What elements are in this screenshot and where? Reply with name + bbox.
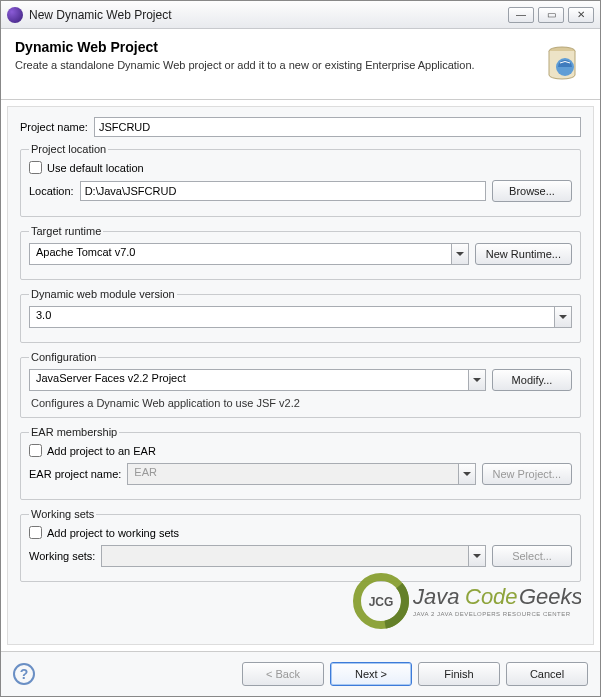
- dialog-window: New Dynamic Web Project — ▭ ✕ Dynamic We…: [0, 0, 601, 697]
- svg-text:Java: Java: [412, 584, 459, 609]
- configuration-combo[interactable]: JavaServer Faces v2.2 Project: [29, 369, 486, 391]
- module-version-value: 3.0: [29, 306, 572, 328]
- module-version-legend: Dynamic web module version: [29, 288, 177, 300]
- svg-point-2: [357, 577, 405, 625]
- ear-name-label: EAR project name:: [29, 468, 121, 480]
- new-runtime-button[interactable]: New Runtime...: [475, 243, 572, 265]
- target-runtime-combo[interactable]: Apache Tomcat v7.0: [29, 243, 469, 265]
- svg-text:JAVA 2 JAVA DEVELOPERS RESOURC: JAVA 2 JAVA DEVELOPERS RESOURCE CENTER: [413, 611, 571, 617]
- svg-text:Geeks: Geeks: [519, 584, 581, 609]
- configuration-description: Configures a Dynamic Web application to …: [31, 397, 572, 409]
- configuration-value: JavaServer Faces v2.2 Project: [29, 369, 486, 391]
- chevron-down-icon: [451, 244, 468, 264]
- location-input[interactable]: [80, 181, 486, 201]
- window-title: New Dynamic Web Project: [29, 8, 508, 22]
- banner: Dynamic Web Project Create a standalone …: [1, 29, 600, 100]
- chevron-down-icon: [458, 464, 475, 484]
- titlebar: New Dynamic Web Project — ▭ ✕: [1, 1, 600, 29]
- configuration-legend: Configuration: [29, 351, 98, 363]
- back-button: < Back: [242, 662, 324, 686]
- configuration-group: Configuration JavaServer Faces v2.2 Proj…: [20, 351, 581, 418]
- add-to-working-sets-checkbox[interactable]: [29, 526, 42, 539]
- select-working-sets-button: Select...: [492, 545, 572, 567]
- working-sets-combo: [101, 545, 486, 567]
- project-name-input[interactable]: [94, 117, 581, 137]
- maximize-button[interactable]: ▭: [538, 7, 564, 23]
- target-runtime-legend: Target runtime: [29, 225, 103, 237]
- browse-button[interactable]: Browse...: [492, 180, 572, 202]
- project-name-row: Project name:: [20, 117, 581, 137]
- finish-button[interactable]: Finish: [418, 662, 500, 686]
- add-to-ear-label: Add project to an EAR: [47, 445, 156, 457]
- location-label: Location:: [29, 185, 74, 197]
- ear-group: EAR membership Add project to an EAR EAR…: [20, 426, 581, 500]
- target-runtime-group: Target runtime Apache Tomcat v7.0 New Ru…: [20, 225, 581, 280]
- module-version-group: Dynamic web module version 3.0: [20, 288, 581, 343]
- use-default-location-checkbox[interactable]: [29, 161, 42, 174]
- body: Project name: Project location Use defau…: [7, 106, 594, 645]
- next-button[interactable]: Next >: [330, 662, 412, 686]
- minimize-button[interactable]: —: [508, 7, 534, 23]
- target-runtime-value: Apache Tomcat v7.0: [29, 243, 469, 265]
- help-button[interactable]: ?: [13, 663, 35, 685]
- svg-text:Code: Code: [465, 584, 518, 609]
- modify-button[interactable]: Modify...: [492, 369, 572, 391]
- working-sets-legend: Working sets: [29, 508, 96, 520]
- chevron-down-icon: [468, 370, 485, 390]
- footer: ? < Back Next > Finish Cancel: [1, 651, 600, 696]
- module-version-combo[interactable]: 3.0: [29, 306, 572, 328]
- ear-name-value: EAR: [127, 463, 475, 485]
- working-sets-value: [101, 545, 486, 567]
- banner-heading: Dynamic Web Project: [15, 39, 538, 55]
- project-location-group: Project location Use default location Lo…: [20, 143, 581, 217]
- add-to-ear-checkbox[interactable]: [29, 444, 42, 457]
- working-sets-group: Working sets Add project to working sets…: [20, 508, 581, 582]
- project-location-legend: Project location: [29, 143, 108, 155]
- ear-name-combo: EAR: [127, 463, 475, 485]
- cancel-button[interactable]: Cancel: [506, 662, 588, 686]
- banner-subheading: Create a standalone Dynamic Web project …: [15, 59, 538, 71]
- working-sets-label: Working sets:: [29, 550, 95, 562]
- ear-legend: EAR membership: [29, 426, 119, 438]
- new-project-button: New Project...: [482, 463, 572, 485]
- close-button[interactable]: ✕: [568, 7, 594, 23]
- eclipse-icon: [7, 7, 23, 23]
- chevron-down-icon: [468, 546, 485, 566]
- svg-text:JCG: JCG: [369, 595, 394, 609]
- project-name-label: Project name:: [20, 121, 88, 133]
- window-buttons: — ▭ ✕: [508, 7, 594, 23]
- chevron-down-icon: [554, 307, 571, 327]
- use-default-location-label: Use default location: [47, 162, 144, 174]
- wizard-icon: [538, 39, 586, 87]
- add-to-working-sets-label: Add project to working sets: [47, 527, 179, 539]
